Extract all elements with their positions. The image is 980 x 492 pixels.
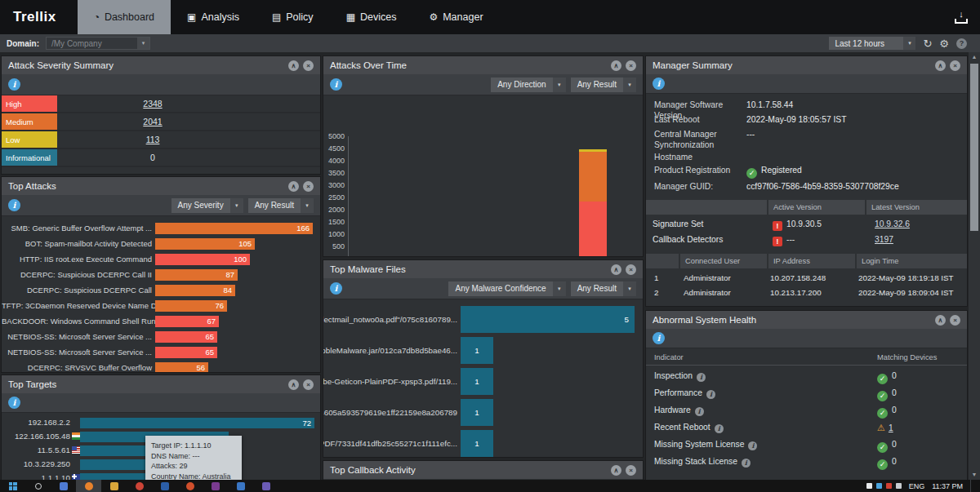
info-icon[interactable]: i (695, 407, 704, 416)
manager-field-value: ✓Registered (746, 166, 802, 179)
show-desktop-button[interactable] (970, 480, 973, 492)
severity-count[interactable]: 2041 (108, 117, 198, 126)
target-bar[interactable]: 72 (80, 418, 314, 428)
attack-bar[interactable]: 87 (155, 269, 238, 281)
collapse-icon[interactable]: ∧ (288, 379, 299, 390)
close-icon[interactable]: × (950, 60, 960, 71)
close-icon[interactable]: × (303, 60, 314, 71)
close-icon[interactable]: × (303, 181, 314, 192)
outlook-app-icon-glyph (237, 482, 245, 490)
export-download-icon[interactable]: ↓ (954, 11, 969, 24)
malware-bar[interactable]: 1 (461, 399, 493, 426)
tray-icon-4[interactable] (896, 483, 902, 489)
start-icon[interactable] (0, 480, 25, 492)
attack-bar[interactable]: 100 (155, 254, 250, 265)
powerpoint-app-icon[interactable] (177, 480, 203, 492)
collapse-icon[interactable]: ∧ (611, 264, 621, 275)
tab-devices[interactable]: ▦Devices (330, 0, 413, 34)
malware-bar[interactable]: 1 (461, 337, 493, 364)
info-icon[interactable]: i (748, 441, 757, 450)
latest-version-link[interactable]: 10.9.32.6 (875, 219, 910, 228)
scrollbar-thumb[interactable] (970, 64, 978, 231)
info-icon[interactable]: i (697, 373, 706, 382)
malware-bar[interactable]: 1 (461, 368, 493, 395)
user-ip-address: 10.207.158.248 (770, 273, 826, 282)
vertical-scrollbar[interactable]: ▲ ▼ (969, 52, 980, 480)
tab-analysis[interactable]: ▣Analysis (171, 0, 256, 34)
info-icon[interactable]: i (330, 78, 342, 91)
time-range-select[interactable]: Last 12 hours ▾ (829, 37, 915, 50)
close-icon[interactable]: × (950, 315, 960, 326)
help-icon[interactable]: ? (956, 38, 967, 49)
close-icon[interactable]: × (626, 60, 636, 71)
malware-bar[interactable]: 1 (461, 430, 493, 457)
language-indicator[interactable]: ENG (909, 482, 925, 490)
tray-icon-3[interactable] (886, 483, 892, 489)
info-icon[interactable]: i (8, 199, 20, 211)
attack-bar[interactable]: 56 (155, 362, 208, 374)
info-icon[interactable]: i (742, 459, 751, 468)
result-filter-dropdown[interactable]: Any Result▾ (571, 78, 636, 92)
attack-bar[interactable]: 65 (155, 331, 217, 343)
health-indicator-label: Missing System Licensei (654, 440, 757, 450)
close-icon[interactable]: × (626, 264, 636, 275)
scroll-up-icon[interactable]: ▲ (969, 52, 980, 62)
attack-bar[interactable]: 76 (155, 300, 227, 312)
teams-app-icon[interactable] (51, 480, 76, 492)
attack-bar[interactable]: 67 (155, 316, 219, 327)
result-filter-dropdown[interactable]: Any Result▾ (571, 281, 636, 296)
malware-bar[interactable]: 5 (461, 306, 635, 333)
onenote-app-icon[interactable] (203, 480, 228, 492)
severity-row: Low113 (2, 131, 320, 149)
info-icon[interactable]: i (653, 78, 665, 90)
collapse-icon[interactable]: ∧ (288, 60, 299, 71)
tray-icon-1[interactable] (866, 483, 872, 489)
close-icon[interactable]: × (303, 379, 314, 390)
word-app-icon[interactable] (152, 480, 177, 492)
firefox-app-icon[interactable] (76, 480, 101, 492)
latest-version-link[interactable]: 3197 (875, 235, 893, 244)
result-filter-dropdown[interactable]: Any Result▾ (248, 198, 314, 213)
collapse-icon[interactable]: ∧ (611, 465, 621, 476)
severity-filter-dropdown[interactable]: Any Severity▾ (172, 198, 243, 213)
panel-header: Abnormal System Health ∧× (646, 311, 967, 329)
info-icon[interactable]: i (330, 282, 342, 295)
close-icon[interactable]: × (626, 465, 636, 476)
collapse-icon[interactable]: ∧ (611, 60, 621, 71)
refresh-icon[interactable]: ↻ (923, 38, 932, 49)
info-icon[interactable]: i (715, 424, 724, 433)
filter-value: Any Malware Confidence (448, 284, 552, 293)
attack-bar[interactable]: 84 (155, 285, 235, 296)
attack-bar[interactable]: 105 (155, 238, 255, 250)
taskbar-tray: ENG 11:37 PM (866, 480, 980, 492)
search-icon[interactable] (25, 480, 51, 492)
info-icon[interactable]: i (8, 78, 20, 91)
info-icon[interactable]: i (706, 390, 715, 399)
tab-manager[interactable]: ⚙Manager (412, 0, 499, 34)
direction-filter-dropdown[interactable]: Any Direction▾ (491, 78, 565, 92)
severity-count[interactable]: 2348 (108, 99, 198, 109)
info-icon[interactable]: i (8, 397, 20, 409)
collapse-icon[interactable]: ∧ (935, 60, 946, 71)
info-icon[interactable]: i (653, 332, 665, 344)
gear-icon[interactable]: ⚙ (939, 38, 949, 49)
outlook-app-icon[interactable] (228, 480, 253, 492)
tray-icon-2[interactable] (876, 483, 882, 489)
tab-label: Manager (443, 11, 483, 23)
tab-policy[interactable]: ▤Policy (256, 0, 330, 34)
chrome-app-icon[interactable] (127, 480, 152, 492)
domain-select[interactable]: /My Company ▾ (46, 37, 150, 50)
collapse-icon[interactable]: ∧ (935, 315, 946, 326)
severity-count[interactable]: 113 (108, 135, 198, 144)
clock[interactable]: 11:37 PM (932, 482, 963, 490)
malware-confidence-filter-dropdown[interactable]: Any Malware Confidence▾ (448, 281, 565, 296)
matching-devices-count[interactable]: 1 (889, 423, 893, 432)
store-app-icon[interactable] (253, 480, 278, 492)
file-explorer-icon[interactable] (101, 480, 127, 492)
attack-bar[interactable]: 166 (155, 223, 313, 234)
scroll-down-icon[interactable]: ▼ (969, 470, 980, 480)
tab-dashboard[interactable]: ◔Dashboard (78, 0, 171, 34)
attack-bar[interactable]: 65 (155, 347, 217, 358)
collapse-icon[interactable]: ∧ (288, 181, 299, 192)
version-row-label: Callback Detectors (653, 235, 723, 244)
